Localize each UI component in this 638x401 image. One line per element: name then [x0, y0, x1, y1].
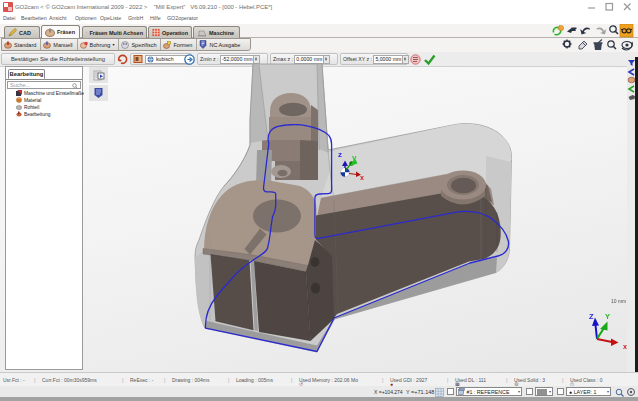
- svg-text:y: y: [352, 153, 357, 162]
- svg-text:Z: Z: [589, 312, 594, 321]
- svg-text:x: x: [360, 174, 364, 181]
- svg-text:10 mm: 10 mm: [611, 298, 626, 304]
- svg-text:z: z: [338, 150, 342, 159]
- svg-text:Y: Y: [605, 312, 610, 321]
